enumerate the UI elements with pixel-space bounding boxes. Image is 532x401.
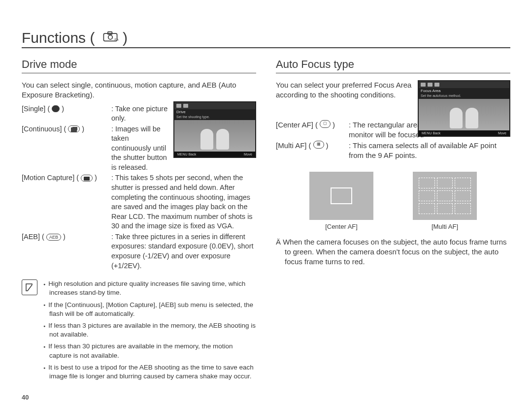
af-footnote: Ä When the camera focuses on the subject…: [276, 237, 510, 267]
svg-point-2: [108, 35, 112, 39]
mode-label: [AEB]: [22, 232, 40, 242]
af-screenshot-menu-label: MENU: [422, 131, 432, 135]
page-title-text: Functions (: [22, 30, 95, 46]
left-column: Drive mode You can select single, contin…: [22, 58, 256, 401]
aeb-icon: AEB: [46, 234, 61, 241]
mode-term-motion-capture: [Motion Capture] (): [22, 173, 111, 183]
mode-term-single: [Single] ( ): [22, 104, 111, 114]
notes-block: High resolution and picture quality incr…: [22, 279, 256, 384]
af-screenshot-title: Focus Area: [419, 88, 509, 93]
note-item: It is best to use a tripod for the AEB s…: [43, 363, 256, 381]
screenshot-top-icon: [428, 83, 432, 87]
center-af-diagram: [Center AF]: [309, 172, 373, 230]
mode-desc: : Take three pictures in a series in dif…: [111, 232, 256, 271]
two-column-layout: Drive mode You can select single, contin…: [22, 58, 510, 401]
screenshot-subtitle: Set the shooting type.: [174, 115, 255, 120]
svg-rect-1: [108, 32, 112, 34]
camera-fn-icon: Fn: [102, 30, 119, 43]
right-column: Auto Focus type You can select your pref…: [276, 58, 510, 401]
mode-term-aeb: [AEB] (AEB): [22, 232, 111, 242]
screenshot-menu-label: MENU: [177, 153, 188, 156]
note-item: If less than 3 pictures are available in…: [43, 321, 256, 339]
mode-label: [Single]: [22, 104, 45, 114]
af-screenshot: Focus Area Set the autofocus method. MEN…: [418, 80, 510, 137]
page-number: 40: [22, 394, 256, 401]
mode-label: [Motion Capture]: [22, 173, 74, 183]
screenshot-top-icon: [176, 104, 181, 108]
notes-list: High resolution and picture quality incr…: [43, 279, 256, 384]
af-label: [Multi AF]: [276, 141, 307, 151]
af-term-multi: [Multi AF] (▦): [276, 141, 349, 161]
screenshot-top-icon: [421, 83, 426, 87]
screenshot-image: [174, 120, 255, 152]
screenshot-move-label: Move: [244, 153, 252, 156]
mode-term-continuous: [Continuous] (): [22, 124, 111, 134]
single-icon: [52, 105, 60, 112]
section-heading-drive-mode: Drive mode: [22, 58, 256, 73]
af-diagrams: [Center AF] [Multi AF]: [276, 172, 510, 230]
mode-label: [Continuous]: [22, 124, 62, 134]
continuous-icon: [68, 125, 80, 132]
motion-capture-icon: [81, 175, 93, 182]
af-screenshot-move-label: Move: [498, 131, 506, 135]
note-item: If less than 30 pictures are available i…: [43, 342, 256, 360]
screenshot-top-icon: [183, 104, 188, 108]
section-heading-af-type: Auto Focus type: [276, 58, 510, 73]
mode-desc: : This takes 5 shots per second, when th…: [111, 173, 256, 231]
diagram-label: [Center AF]: [325, 223, 358, 230]
af-desc: : This camera selects all of available A…: [349, 141, 510, 161]
af-screenshot-subtitle: Set the autofocus method.: [419, 93, 509, 99]
page-title: Functions ( Fn ): [22, 30, 128, 46]
center-af-icon: ▢: [320, 120, 331, 128]
af-screenshot-image: [419, 99, 509, 130]
drive-mode-screenshot: Drive Set the shooting type. MENU Back M…: [173, 101, 256, 158]
af-intro-wrap: You can select your preferred Focus Area…: [276, 80, 510, 100]
drive-mode-content: Drive Set the shooting type. MENU Back M…: [22, 104, 256, 271]
screenshot-title: Drive: [174, 109, 255, 115]
af-term-center: [Center AF] (▢): [276, 120, 349, 140]
diagram-label: [Multi AF]: [432, 223, 458, 230]
page-title-close: ): [123, 30, 128, 46]
note-item: High resolution and picture quality incr…: [43, 279, 256, 297]
multi-af-diagram: [Multi AF]: [413, 172, 477, 230]
note-item: If the [Continuous], [Motion Capture], […: [43, 301, 256, 318]
manual-page: Functions ( Fn ) Drive mode You can sele…: [0, 0, 532, 401]
multi-af-icon: ▦: [313, 141, 324, 149]
af-screenshot-back-label: Back: [433, 131, 441, 135]
screenshot-top-icon: [434, 83, 439, 87]
af-label: [Center AF]: [276, 120, 313, 130]
note-icon: [22, 279, 37, 295]
svg-text:Fn: Fn: [114, 38, 118, 41]
drive-mode-intro: You can select single, continuous, motio…: [22, 80, 256, 100]
page-title-row: Functions ( Fn ): [22, 30, 510, 48]
screenshot-back-label: Back: [189, 153, 197, 156]
